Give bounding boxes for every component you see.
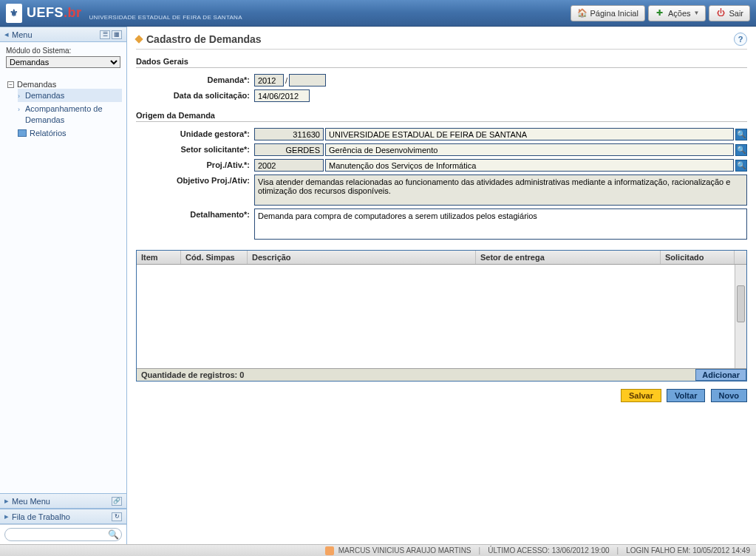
tree-item-label: Acompanhamento de Demandas [25,104,122,125]
demanda-num-input[interactable] [289,74,326,87]
logo-suffix: .br [64,5,82,20]
demanda-separator: / [285,76,287,85]
sidebar-search-input[interactable] [4,528,122,541]
exit-button-label: Sair [729,9,743,18]
col-item: Item [137,251,181,264]
sidebar: ◂ Menu ☰ ▦ Módulo do Sistema: Demandas −… [0,27,127,544]
page-title: Cadastro de Demandas [136,33,262,45]
tree-item-label: Demandas [25,90,122,101]
logo-area: ⚜ UEFS.br UNIVERSIDADE ESTADUAL DE FEIRA… [6,4,242,23]
search-icon: 🔍 [737,146,746,154]
home-button[interactable]: 🏠 Página Inicial [571,5,645,21]
label-setor: Setor solicitante*: [136,143,254,154]
proj-cod-input[interactable] [254,159,324,172]
tree-item-label: Relatórios [30,128,122,138]
tree-root-demandas[interactable]: − Demandas [7,80,122,89]
col-sol: Solicitado [661,251,735,264]
col-setor: Setor de entrega [476,251,661,264]
unidade-cod-input[interactable] [254,128,324,140]
col-cod: Cód. Simpas [181,251,248,264]
tree-item-demandas[interactable]: › Demandas [18,89,122,102]
detalhamento-textarea[interactable] [254,208,747,240]
section-dados-gerais: Dados Gerais [136,57,747,68]
chevron-down-icon: ▼ [694,10,700,16]
tree-item-acompanhamento[interactable]: › Acompanhamento de Demandas [18,102,122,126]
setor-cod-input[interactable] [254,143,324,156]
home-icon: 🏠 [577,8,588,18]
items-table: Item Cód. Simpas Descrição Setor de entr… [136,250,747,382]
main-content: Cadastro de Demandas ? Dados Gerais Dema… [127,27,756,544]
plus-icon: ✚ [655,8,665,18]
help-button[interactable]: ? [734,33,747,46]
expand-arrow-icon: ▸ [4,496,12,506]
collapse-arrow-icon: ◂ [4,30,12,39]
label-objetivo: Objetivo Proj./Ativ: [136,174,254,185]
unidade-desc-input [325,128,734,140]
label-demanda: Demanda*: [136,74,254,84]
module-label: Módulo do Sistema: [6,47,120,55]
setor-lookup-button[interactable]: 🔍 [735,144,747,156]
fila-title: Fila de Trabalho [12,512,70,521]
status-ultimo-acesso: ÚLTIMO ACESSO: 13/06/2012 19:00 [488,546,609,555]
proj-desc-input [325,159,734,172]
link-icon[interactable]: 🔗 [112,497,122,506]
data-sol-input[interactable] [254,89,310,102]
logo-subtitle: UNIVERSIDADE ESTADUAL DE FEIRA DE SANTAN… [89,14,242,21]
meu-menu-title: Meu Menu [12,497,50,506]
menu-panel-title: Menu [12,30,33,39]
report-icon [18,129,27,137]
label-proj: Proj./Ativ.*: [136,159,254,169]
proj-lookup-button[interactable]: 🔍 [735,160,747,172]
new-button[interactable]: Novo [711,389,748,402]
panel-grid-icon[interactable]: ▦ [112,30,122,39]
refresh-icon[interactable]: ↻ [112,512,122,521]
table-scrollbar[interactable] [735,265,746,368]
unidade-lookup-button[interactable]: 🔍 [735,129,747,140]
uefs-shield-icon: ⚜ [6,4,22,23]
section-origem: Origem da Demanda [136,111,747,122]
nav-tree: − Demandas › Demandas › Acompanhamento d… [0,72,126,493]
exit-button[interactable]: ⏻ Sair [709,5,750,21]
status-user: MARCUS VINICIUS ARAUJO MARTINS [338,546,471,555]
save-button[interactable]: Salvar [621,389,661,402]
table-body [137,265,746,368]
table-header: Item Cód. Simpas Descrição Setor de entr… [137,251,746,265]
tree-root-label: Demandas [17,80,56,89]
tree-collapse-icon: − [7,81,14,88]
label-data-sol: Data da solicitação: [136,89,254,100]
bullet-icon: › [18,92,22,100]
power-icon: ⏻ [715,8,726,18]
col-desc: Descrição [248,251,476,264]
demanda-ano-input[interactable] [254,74,284,87]
actions-button-label: Ações [668,9,691,18]
fila-panel-header[interactable]: ▸ Fila de Trabalho ↻ [0,509,126,524]
panel-list-icon[interactable]: ☰ [100,30,110,39]
logo-text: UEFS.br [27,5,82,20]
search-icon: 🔍 [737,130,746,138]
actions-button[interactable]: ✚ Ações ▼ [648,5,706,21]
module-select[interactable]: Demandas [6,56,120,68]
add-item-button[interactable]: Adicionar [695,369,746,381]
meu-menu-panel-header[interactable]: ▸ Meu Menu 🔗 [0,493,126,509]
label-unidade: Unidade gestora*: [136,128,254,138]
user-icon [325,546,334,555]
tree-item-relatorios[interactable]: Relatórios [18,126,122,140]
setor-desc-input [325,143,734,156]
search-icon: 🔍 [737,161,746,169]
table-count-label: Quantidade de registros: 0 [137,369,248,381]
back-button[interactable]: Voltar [667,389,705,402]
search-icon[interactable]: 🔍 [108,529,119,540]
app-header: ⚜ UEFS.br UNIVERSIDADE ESTADUAL DE FEIRA… [0,0,756,27]
home-button-label: Página Inicial [590,9,638,18]
logo-main: UEFS [27,5,64,20]
page-title-text: Cadastro de Demandas [146,33,262,45]
status-bar: MARCUS VINICIUS ARAUJO MARTINS | ÚLTIMO … [0,544,756,556]
label-detalhamento: Detalhamento*: [136,208,254,219]
bullet-icon: › [18,106,22,113]
menu-panel-header[interactable]: ◂ Menu ☰ ▦ [0,27,126,42]
status-login-falho: LOGIN FALHO EM: 10/05/2012 14:49 [626,546,750,555]
expand-arrow-icon: ▸ [4,512,12,521]
diamond-icon [134,35,143,43]
objetivo-textarea [254,174,747,206]
